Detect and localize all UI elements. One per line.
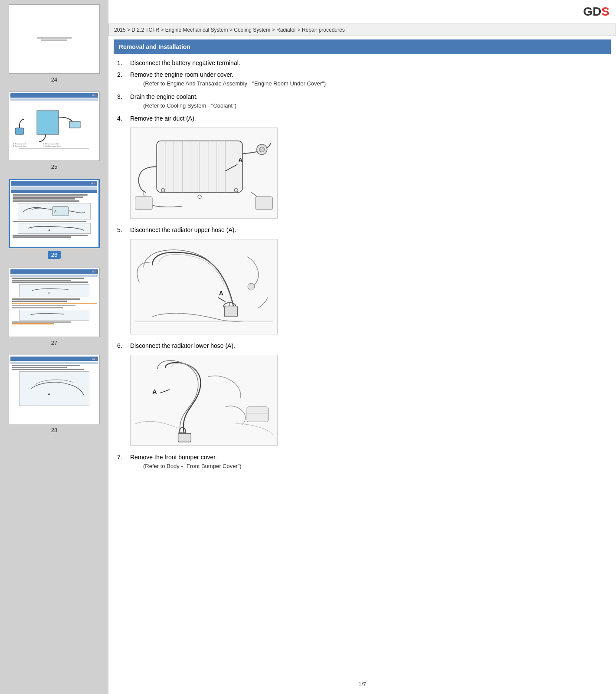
step-1-number: 1.: [117, 59, 127, 68]
svg-text:A: A: [48, 291, 50, 294]
sidebar: 24 GDS: [0, 0, 108, 694]
step-3: 3. Drain the engine coolant. (Refer to C…: [117, 92, 607, 112]
step-2-number: 2.: [117, 70, 127, 90]
svg-point-29: [259, 147, 265, 152]
page-number-27: 27: [51, 340, 57, 346]
page-thumb-26[interactable]: GDS A: [9, 179, 100, 248]
step-7-number: 7.: [117, 453, 127, 472]
svg-rect-42: [247, 407, 269, 422]
air-duct-diagram: A: [130, 128, 278, 219]
svg-rect-1: [15, 128, 24, 134]
breadcrumb: 2015 > D 2.2 TCI-R > Engine Mechanical S…: [108, 24, 616, 36]
step-1: 1. Disconnect the battery negative termi…: [117, 59, 607, 68]
step-5: 5. Disconnect the radiator upper hose (A…: [117, 226, 607, 235]
svg-line-33: [218, 298, 226, 302]
svg-point-25: [198, 195, 201, 199]
svg-text:7. Radiator upper hose: 7. Radiator upper hose: [43, 145, 61, 147]
svg-text:2. Reservoir hose: 2. Reservoir hose: [13, 145, 27, 147]
lower-hose-svg: A: [131, 355, 277, 445]
lower-hose-diagram: A: [130, 355, 278, 446]
svg-text:A: A: [48, 229, 50, 232]
step-6-number: 6.: [117, 341, 127, 350]
svg-text:A: A: [152, 388, 157, 395]
air-duct-svg: A: [131, 128, 277, 218]
sidebar-page-28[interactable]: GDS A 28: [4, 355, 104, 433]
page-thumb-25[interactable]: GDS 1. Re: [9, 92, 100, 161]
page-number-28: 28: [51, 427, 57, 433]
page-number-26: 26: [48, 251, 61, 259]
svg-point-35: [248, 283, 255, 290]
page-number-25: 25: [51, 164, 57, 170]
svg-text:A: A: [48, 392, 50, 396]
step-2: 2. Remove the engine room under cover. (…: [117, 70, 607, 90]
sidebar-page-27[interactable]: GDS A: [4, 268, 104, 346]
svg-rect-27: [256, 196, 273, 210]
step-2-text: Remove the engine room under cover. (Ref…: [130, 70, 607, 90]
svg-rect-41: [178, 433, 191, 442]
sidebar-page-24[interactable]: 24: [4, 4, 104, 83]
page-thumb-28[interactable]: GDS A: [9, 355, 100, 424]
step-1-text: Disconnect the battery negative terminal…: [130, 59, 607, 68]
upper-hose-svg: A: [131, 239, 277, 334]
svg-rect-34: [225, 306, 238, 317]
step-5-number: 5.: [117, 226, 127, 235]
logo: GDS: [583, 5, 609, 19]
main-content: GDS 2015 > D 2.2 TCI-R > Engine Mechanic…: [108, 0, 616, 694]
step-7: 7. Remove the front bumper cover. (Refer…: [117, 453, 607, 472]
sidebar-page-26[interactable]: GDS A: [4, 179, 104, 259]
step-list-5: 5. Disconnect the radiator upper hose (A…: [117, 226, 607, 235]
step-list-7: 7. Remove the front bumper cover. (Refer…: [117, 453, 607, 472]
page-thumb-24[interactable]: [9, 4, 100, 74]
step-4-number: 4.: [117, 114, 127, 123]
svg-line-38: [160, 390, 170, 393]
procedure-content: 1. Disconnect the battery negative termi…: [108, 54, 616, 674]
svg-rect-0: [37, 111, 59, 134]
section-header: Removal and Installation: [114, 39, 611, 54]
step-5-text: Disconnect the radiator upper hose (A).: [130, 226, 607, 235]
step-4: 4. Remove the air duct (A).: [117, 114, 607, 123]
top-header: GDS: [108, 0, 616, 24]
step-list: 1. Disconnect the battery negative termi…: [117, 59, 607, 123]
logo-text-gd: GD: [583, 5, 601, 19]
svg-rect-26: [135, 196, 153, 210]
svg-text:A: A: [219, 290, 223, 297]
step-list-6: 6. Disconnect the radiator lower hose (A…: [117, 341, 607, 350]
svg-rect-2: [69, 121, 80, 128]
step-4-text: Remove the air duct (A).: [130, 114, 607, 123]
svg-text:A: A: [238, 157, 242, 164]
section-title: Removal and Installation: [119, 43, 190, 50]
step-3-text: Drain the engine coolant. (Refer to Cool…: [130, 92, 607, 112]
page-number-24: 24: [51, 76, 57, 83]
page-thumb-27[interactable]: GDS A: [9, 268, 100, 337]
step-6-text: Disconnect the radiator lower hose (A).: [130, 341, 607, 350]
sidebar-page-25[interactable]: GDS 1. Re: [4, 92, 104, 170]
upper-hose-diagram: A: [130, 239, 278, 334]
step-7-text: Remove the front bumper cover. (Refer to…: [130, 453, 607, 472]
step-3-number: 3.: [117, 92, 127, 112]
svg-text:A: A: [54, 210, 56, 213]
page-indicator: 1/7: [108, 674, 616, 694]
step-6: 6. Disconnect the radiator lower hose (A…: [117, 341, 607, 350]
logo-text-s: S: [601, 5, 609, 19]
